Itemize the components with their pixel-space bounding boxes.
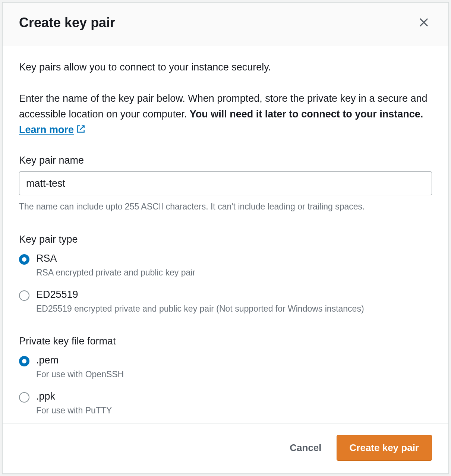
create-key-pair-dialog: Create key pair Key pairs allow you to c… [2,2,449,474]
intro-text-2-bold: You will need it later to connect to you… [190,108,423,120]
radio-input-ppk[interactable] [19,392,29,403]
radio-title-rsa: RSA [36,253,195,264]
close-icon [418,17,429,29]
private-key-format-section: Private key file format .pem For use wit… [19,335,432,416]
radio-title-ppk: .ppk [36,391,112,402]
key-pair-name-label: Key pair name [19,155,432,166]
external-link-icon [76,123,86,139]
radio-desc-pem: For use with OpenSSH [36,368,124,380]
key-pair-type-title: Key pair type [19,234,432,245]
key-pair-name-hint: The name can include upto 255 ASCII char… [19,201,432,212]
key-pair-name-input[interactable] [19,171,432,195]
radio-label: ED25519 ED25519 encrypted private and pu… [36,289,364,315]
dialog-body: Key pairs allow you to connect to your i… [3,46,448,423]
radio-input-pem[interactable] [19,356,29,366]
radio-label: .pem For use with OpenSSH [36,354,124,380]
key-pair-name-field: Key pair name The name can include upto … [19,155,432,212]
learn-more-link[interactable]: Learn more [19,124,86,135]
cancel-button[interactable]: Cancel [287,437,324,459]
intro-text-1: Key pairs allow you to connect to your i… [19,60,432,75]
create-key-pair-button[interactable]: Create key pair [337,435,432,461]
close-button[interactable] [416,15,432,31]
dialog-title: Create key pair [19,15,115,31]
key-pair-type-section: Key pair type RSA RSA encrypted private … [19,234,432,315]
radio-desc-rsa: RSA encrypted private and public key pai… [36,267,195,278]
radio-desc-ppk: For use with PuTTY [36,404,112,416]
radio-input-rsa[interactable] [19,254,29,265]
radio-option-ed25519[interactable]: ED25519 ED25519 encrypted private and pu… [19,289,432,315]
dialog-footer: Cancel Create key pair [3,423,448,473]
radio-label: .ppk For use with PuTTY [36,391,112,416]
intro-text-2: Enter the name of the key pair below. Wh… [19,91,432,139]
dialog-header: Create key pair [3,3,448,46]
radio-option-rsa[interactable]: RSA RSA encrypted private and public key… [19,253,432,278]
radio-desc-ed25519: ED25519 encrypted private and public key… [36,303,364,315]
radio-option-ppk[interactable]: .ppk For use with PuTTY [19,391,432,416]
radio-option-pem[interactable]: .pem For use with OpenSSH [19,354,432,380]
radio-title-pem: .pem [36,354,124,366]
radio-input-ed25519[interactable] [19,290,29,301]
learn-more-label: Learn more [19,124,74,135]
radio-label: RSA RSA encrypted private and public key… [36,253,195,278]
radio-title-ed25519: ED25519 [36,289,364,300]
private-key-format-title: Private key file format [19,335,432,347]
